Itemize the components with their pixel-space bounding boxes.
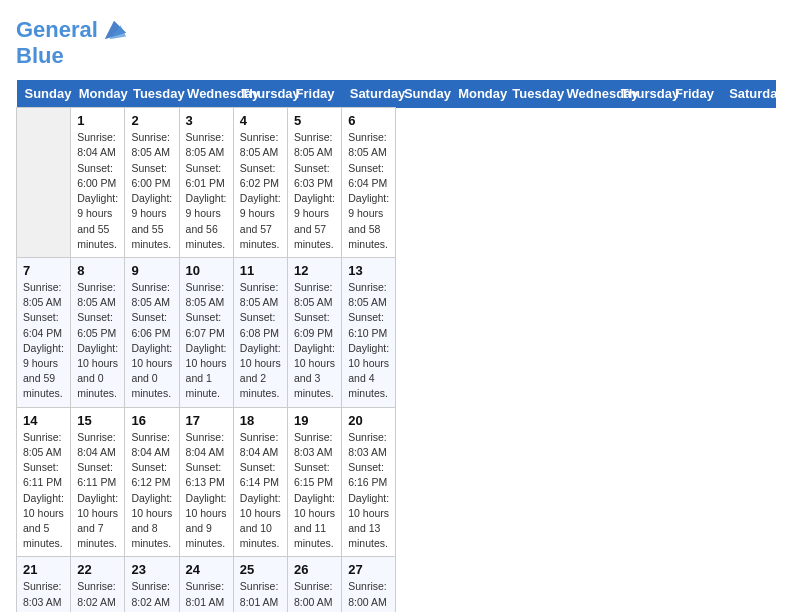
day-number: 4 xyxy=(240,113,281,128)
day-number: 7 xyxy=(23,263,64,278)
day-info: Sunrise: 8:05 AMSunset: 6:04 PMDaylight:… xyxy=(348,130,389,252)
calendar-cell: 17 Sunrise: 8:04 AMSunset: 6:13 PMDaylig… xyxy=(179,407,233,557)
col-header-friday: Friday xyxy=(288,80,342,108)
page-header: General Blue xyxy=(16,16,776,68)
col-header-saturday: Saturday xyxy=(721,80,775,108)
col-header-thursday: Thursday xyxy=(233,80,287,108)
col-header-sunday: Sunday xyxy=(396,80,450,108)
day-number: 13 xyxy=(348,263,389,278)
day-number: 17 xyxy=(186,413,227,428)
day-number: 18 xyxy=(240,413,281,428)
day-number: 5 xyxy=(294,113,335,128)
calendar-cell: 16 Sunrise: 8:04 AMSunset: 6:12 PMDaylig… xyxy=(125,407,179,557)
calendar-cell: 1 Sunrise: 8:04 AMSunset: 6:00 PMDayligh… xyxy=(71,108,125,258)
day-info: Sunrise: 8:03 AMSunset: 6:15 PMDaylight:… xyxy=(294,430,335,552)
day-info: Sunrise: 8:04 AMSunset: 6:12 PMDaylight:… xyxy=(131,430,172,552)
calendar-cell: 26 Sunrise: 8:00 AMSunset: 6:22 PMDaylig… xyxy=(288,557,342,612)
day-number: 15 xyxy=(77,413,118,428)
col-header-monday: Monday xyxy=(450,80,504,108)
day-info: Sunrise: 8:01 AMSunset: 6:21 PMDaylight:… xyxy=(240,579,281,612)
day-info: Sunrise: 8:00 AMSunset: 6:23 PMDaylight:… xyxy=(348,579,389,612)
calendar-cell: 20 Sunrise: 8:03 AMSunset: 6:16 PMDaylig… xyxy=(342,407,396,557)
day-info: Sunrise: 8:05 AMSunset: 6:06 PMDaylight:… xyxy=(131,280,172,402)
col-header-saturday: Saturday xyxy=(342,80,396,108)
week-row-3: 14 Sunrise: 8:05 AMSunset: 6:11 PMDaylig… xyxy=(17,407,776,557)
calendar-cell: 21 Sunrise: 8:03 AMSunset: 6:17 PMDaylig… xyxy=(17,557,71,612)
day-number: 12 xyxy=(294,263,335,278)
calendar-cell: 19 Sunrise: 8:03 AMSunset: 6:15 PMDaylig… xyxy=(288,407,342,557)
calendar-cell: 18 Sunrise: 8:04 AMSunset: 6:14 PMDaylig… xyxy=(233,407,287,557)
day-info: Sunrise: 8:00 AMSunset: 6:22 PMDaylight:… xyxy=(294,579,335,612)
calendar-cell: 4 Sunrise: 8:05 AMSunset: 6:02 PMDayligh… xyxy=(233,108,287,258)
calendar-cell: 7 Sunrise: 8:05 AMSunset: 6:04 PMDayligh… xyxy=(17,257,71,407)
day-number: 24 xyxy=(186,562,227,577)
col-header-monday: Monday xyxy=(71,80,125,108)
day-info: Sunrise: 8:03 AMSunset: 6:16 PMDaylight:… xyxy=(348,430,389,552)
day-number: 2 xyxy=(131,113,172,128)
day-number: 21 xyxy=(23,562,64,577)
calendar-cell: 25 Sunrise: 8:01 AMSunset: 6:21 PMDaylig… xyxy=(233,557,287,612)
day-info: Sunrise: 8:02 AMSunset: 6:19 PMDaylight:… xyxy=(131,579,172,612)
calendar-cell: 3 Sunrise: 8:05 AMSunset: 6:01 PMDayligh… xyxy=(179,108,233,258)
day-info: Sunrise: 8:05 AMSunset: 6:09 PMDaylight:… xyxy=(294,280,335,402)
calendar-cell: 2 Sunrise: 8:05 AMSunset: 6:00 PMDayligh… xyxy=(125,108,179,258)
day-number: 11 xyxy=(240,263,281,278)
day-info: Sunrise: 8:04 AMSunset: 6:00 PMDaylight:… xyxy=(77,130,118,252)
col-header-friday: Friday xyxy=(667,80,721,108)
day-number: 10 xyxy=(186,263,227,278)
day-info: Sunrise: 8:05 AMSunset: 6:10 PMDaylight:… xyxy=(348,280,389,402)
day-info: Sunrise: 8:01 AMSunset: 6:20 PMDaylight:… xyxy=(186,579,227,612)
day-number: 9 xyxy=(131,263,172,278)
day-info: Sunrise: 8:05 AMSunset: 6:00 PMDaylight:… xyxy=(131,130,172,252)
day-number: 22 xyxy=(77,562,118,577)
calendar-cell xyxy=(17,108,71,258)
calendar-cell: 22 Sunrise: 8:02 AMSunset: 6:18 PMDaylig… xyxy=(71,557,125,612)
calendar-cell: 6 Sunrise: 8:05 AMSunset: 6:04 PMDayligh… xyxy=(342,108,396,258)
day-info: Sunrise: 8:05 AMSunset: 6:04 PMDaylight:… xyxy=(23,280,64,402)
day-info: Sunrise: 8:05 AMSunset: 6:02 PMDaylight:… xyxy=(240,130,281,252)
day-number: 8 xyxy=(77,263,118,278)
day-number: 14 xyxy=(23,413,64,428)
day-info: Sunrise: 8:03 AMSunset: 6:17 PMDaylight:… xyxy=(23,579,64,612)
day-info: Sunrise: 8:05 AMSunset: 6:11 PMDaylight:… xyxy=(23,430,64,552)
day-info: Sunrise: 8:05 AMSunset: 6:08 PMDaylight:… xyxy=(240,280,281,402)
week-row-2: 7 Sunrise: 8:05 AMSunset: 6:04 PMDayligh… xyxy=(17,257,776,407)
logo-text: General xyxy=(16,18,98,42)
day-info: Sunrise: 8:05 AMSunset: 6:01 PMDaylight:… xyxy=(186,130,227,252)
day-info: Sunrise: 8:05 AMSunset: 6:03 PMDaylight:… xyxy=(294,130,335,252)
week-row-1: 1 Sunrise: 8:04 AMSunset: 6:00 PMDayligh… xyxy=(17,108,776,258)
calendar-cell: 14 Sunrise: 8:05 AMSunset: 6:11 PMDaylig… xyxy=(17,407,71,557)
day-number: 19 xyxy=(294,413,335,428)
week-row-4: 21 Sunrise: 8:03 AMSunset: 6:17 PMDaylig… xyxy=(17,557,776,612)
day-number: 3 xyxy=(186,113,227,128)
calendar-cell: 12 Sunrise: 8:05 AMSunset: 6:09 PMDaylig… xyxy=(288,257,342,407)
calendar-cell: 13 Sunrise: 8:05 AMSunset: 6:10 PMDaylig… xyxy=(342,257,396,407)
day-number: 27 xyxy=(348,562,389,577)
calendar-cell: 11 Sunrise: 8:05 AMSunset: 6:08 PMDaylig… xyxy=(233,257,287,407)
day-number: 25 xyxy=(240,562,281,577)
col-header-tuesday: Tuesday xyxy=(504,80,558,108)
day-info: Sunrise: 8:05 AMSunset: 6:05 PMDaylight:… xyxy=(77,280,118,402)
calendar-cell: 10 Sunrise: 8:05 AMSunset: 6:07 PMDaylig… xyxy=(179,257,233,407)
col-header-thursday: Thursday xyxy=(613,80,667,108)
day-info: Sunrise: 8:04 AMSunset: 6:14 PMDaylight:… xyxy=(240,430,281,552)
header-row: SundayMondayTuesdayWednesdayThursdayFrid… xyxy=(17,80,776,108)
day-info: Sunrise: 8:05 AMSunset: 6:07 PMDaylight:… xyxy=(186,280,227,402)
day-number: 26 xyxy=(294,562,335,577)
day-number: 6 xyxy=(348,113,389,128)
calendar-cell: 5 Sunrise: 8:05 AMSunset: 6:03 PMDayligh… xyxy=(288,108,342,258)
calendar-cell: 8 Sunrise: 8:05 AMSunset: 6:05 PMDayligh… xyxy=(71,257,125,407)
calendar-cell: 27 Sunrise: 8:00 AMSunset: 6:23 PMDaylig… xyxy=(342,557,396,612)
col-header-wednesday: Wednesday xyxy=(179,80,233,108)
day-info: Sunrise: 8:04 AMSunset: 6:11 PMDaylight:… xyxy=(77,430,118,552)
col-header-sunday: Sunday xyxy=(17,80,71,108)
logo-icon xyxy=(100,16,128,44)
calendar-table: SundayMondayTuesdayWednesdayThursdayFrid… xyxy=(16,80,776,612)
col-header-wednesday: Wednesday xyxy=(559,80,613,108)
day-number: 1 xyxy=(77,113,118,128)
logo-blue-text: Blue xyxy=(16,44,128,68)
col-header-tuesday: Tuesday xyxy=(125,80,179,108)
logo: General Blue xyxy=(16,16,128,68)
day-number: 23 xyxy=(131,562,172,577)
day-number: 16 xyxy=(131,413,172,428)
